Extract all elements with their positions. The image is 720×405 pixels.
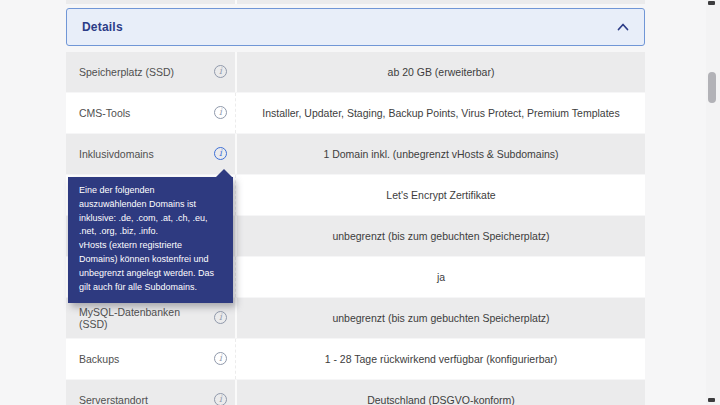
row-value: unbegrenzt (bis zum gebuchten Speicherpl… (237, 216, 645, 256)
row-label: Inklusivdomainsi (66, 134, 235, 174)
scrollbar-up-button[interactable] (708, 1, 715, 5)
row-value: unbegrenzt (bis zum gebuchten Speicherpl… (237, 298, 645, 338)
table-row: ServerstandortiDeutschland (DSGVO-konfor… (66, 380, 645, 405)
row-value: ja (237, 257, 645, 297)
info-icon[interactable]: i (214, 147, 227, 160)
previous-row-value-cell (237, 0, 645, 4)
table-row: MySQL-Datenbanken (SSD)iunbegrenzt (bis … (66, 298, 645, 338)
table-row: Speicherplatz (SSD)iab 20 GB (erweiterba… (66, 52, 645, 92)
row-label: Serverstandorti (66, 380, 235, 405)
tooltip-paragraph: Eine der folgenden auszuwählenden Domain… (79, 184, 222, 239)
inklusivdomains-tooltip: Eine der folgenden auszuwählenden Domain… (68, 177, 233, 303)
info-icon[interactable]: i (214, 393, 227, 405)
row-value: Deutschland (DSGVO-konform) (237, 380, 645, 405)
previous-row-label-cell (66, 0, 235, 4)
row-value: Installer, Updater, Staging, Backup Poin… (237, 93, 645, 133)
scrollbar-thumb[interactable] (708, 72, 716, 103)
details-accordion-header[interactable]: Details (66, 8, 645, 46)
row-label: Backupsi (66, 339, 235, 379)
scrollbar-track[interactable] (706, 0, 720, 405)
row-value: 1 - 28 Tage rückwirkend verfügbar (konfi… (237, 339, 645, 379)
table-row: CMS-ToolsiInstaller, Updater, Staging, B… (66, 93, 645, 133)
previous-row-sliver (66, 0, 645, 4)
chevron-up-icon[interactable] (617, 23, 629, 31)
table-row: Inklusivdomainsi1 Domain inkl. (unbegren… (66, 134, 645, 174)
info-icon[interactable]: i (214, 65, 227, 78)
row-label: CMS-Toolsi (66, 93, 235, 133)
row-value: Let's Encrypt Zertifikate (237, 175, 645, 215)
row-label: Speicherplatz (SSD)i (66, 52, 235, 92)
row-value: 1 Domain inkl. (unbegrenzt vHosts & Subd… (237, 134, 645, 174)
info-icon[interactable]: i (214, 311, 227, 324)
tooltip-arrow (216, 169, 232, 177)
row-value: ab 20 GB (erweiterbar) (237, 52, 645, 92)
scrollbar-down-button[interactable] (708, 398, 715, 402)
tooltip-paragraph: vHosts (extern registrierte Domains) kön… (79, 239, 222, 294)
row-label: MySQL-Datenbanken (SSD)i (66, 298, 235, 338)
info-icon[interactable]: i (214, 352, 227, 365)
table-row: Backupsi1 - 28 Tage rückwirkend verfügba… (66, 339, 645, 379)
details-title: Details (82, 20, 123, 34)
info-icon[interactable]: i (214, 106, 227, 119)
